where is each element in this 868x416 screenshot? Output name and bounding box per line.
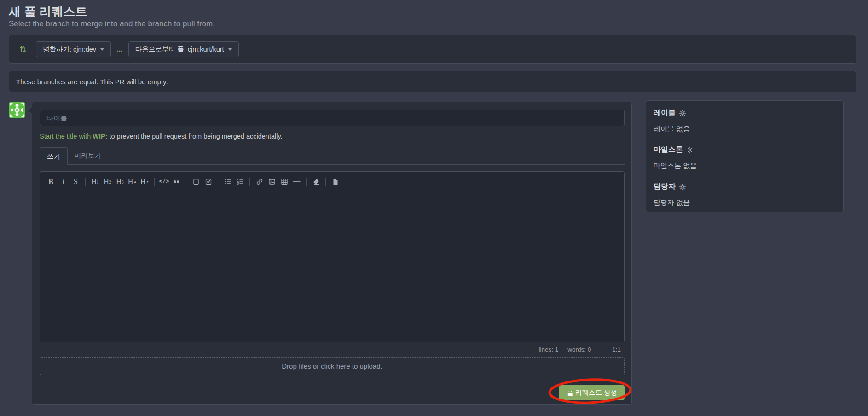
branch-separator: ... xyxy=(117,46,122,53)
tab-write[interactable]: 쓰기 xyxy=(40,147,68,165)
pull-from-branch-dropdown[interactable]: 다음으로부터 풀: cjm:kurt/kurt xyxy=(128,41,239,57)
assignees-empty-text: 담당자 없음 xyxy=(654,198,836,207)
toolbar-divider xyxy=(325,178,326,186)
new-pull-request-page: 새 풀 리퀘스트 Select the branch to merge into… xyxy=(0,0,868,416)
branches-equal-notice: These branches are equal. This PR will b… xyxy=(9,71,856,92)
markdown-editor: B I S H1 H2 H3 H▲ H▼ </> xyxy=(40,171,625,342)
lines-count: lines: 1 xyxy=(538,346,558,353)
new-file-icon[interactable] xyxy=(329,175,341,189)
toolbar-divider xyxy=(249,178,250,186)
clear-formatting-icon[interactable] xyxy=(310,175,322,189)
dropdown-caret-icon xyxy=(100,48,104,51)
editor-statusbar: lines: 1 words: 0 1:1 xyxy=(40,342,625,356)
bold-icon[interactable]: B xyxy=(45,175,57,189)
editor-toolbar: B I S H1 H2 H3 H▲ H▼ </> xyxy=(40,172,624,192)
sidebar-divider xyxy=(654,176,836,176)
git-compare-icon xyxy=(18,45,27,54)
toolbar-divider xyxy=(154,178,155,186)
image-icon[interactable] xyxy=(266,175,278,189)
checkbox-checked-icon[interactable] xyxy=(202,175,214,189)
pull-request-form: Start the title with WIP: to prevent the… xyxy=(32,102,632,405)
cursor-position: 1:1 xyxy=(612,346,621,353)
editor-tabbar: 쓰기 미리보기 xyxy=(40,147,625,165)
heading-1-icon[interactable]: H1 xyxy=(89,175,101,189)
heading-decrease-icon[interactable]: H▼ xyxy=(139,175,151,189)
milestone-empty-text: 마일스톤 없음 xyxy=(654,162,836,170)
checkbox-empty-icon[interactable] xyxy=(190,175,202,189)
strikethrough-icon[interactable]: S xyxy=(69,175,82,189)
wip-keyword: WIP: xyxy=(93,133,107,140)
dropzone-text: Drop files or click here to upload. xyxy=(282,362,382,370)
words-count: words: 0 xyxy=(567,346,591,353)
labels-title-text: 레이블 xyxy=(654,108,676,118)
page-title: 새 풀 리퀘스트 xyxy=(9,4,87,20)
heading-3-icon[interactable]: H3 xyxy=(114,175,126,189)
form-footer: 풀 리퀘스트 생성 xyxy=(40,385,625,400)
create-pull-request-button[interactable]: 풀 리퀘스트 생성 xyxy=(559,385,625,400)
merge-into-label: 병합하기: cjm:dev xyxy=(43,45,96,54)
milestone-title-text: 마일스톤 xyxy=(654,145,683,155)
horizontal-rule-icon[interactable]: — xyxy=(290,175,303,189)
branch-selection-bar: 병합하기: cjm:dev ... 다음으로부터 풀: cjm:kurt/kur… xyxy=(9,35,856,64)
labels-gear-icon[interactable] xyxy=(679,110,686,117)
wip-hint: Start the title with WIP: to prevent the… xyxy=(40,132,624,141)
page-subtitle: Select the branch to merge into and the … xyxy=(9,19,215,29)
assignees-title-text: 담당자 xyxy=(654,182,676,191)
user-avatar xyxy=(9,102,25,118)
toolbar-divider xyxy=(186,178,186,186)
assignees-section-title: 담당자 xyxy=(654,182,836,191)
milestone-section-title: 마일스톤 xyxy=(654,145,836,155)
tab-preview[interactable]: 미리보기 xyxy=(68,147,108,164)
toolbar-divider xyxy=(85,178,86,186)
link-icon[interactable] xyxy=(253,175,266,189)
ordered-list-icon[interactable] xyxy=(234,175,246,189)
code-icon[interactable]: </> xyxy=(158,175,170,189)
unordered-list-icon[interactable] xyxy=(221,175,234,189)
toolbar-divider xyxy=(218,178,218,186)
milestone-gear-icon[interactable] xyxy=(686,146,694,154)
wip-hint-rest: to prevent the pull request from being m… xyxy=(107,133,282,140)
table-icon[interactable] xyxy=(278,175,290,189)
pr-sidebar: 레이블 레이블 없음 마일스톤 마 xyxy=(646,100,844,212)
dropdown-caret-icon xyxy=(228,48,232,51)
file-dropzone[interactable]: Drop files or click here to upload. xyxy=(40,357,625,375)
pull-from-label: 다음으로부터 풀: cjm:kurt/kurt xyxy=(135,45,224,54)
labels-empty-text: 레이블 없음 xyxy=(654,125,836,133)
toolbar-divider xyxy=(306,178,307,186)
comment-pointer xyxy=(27,106,36,115)
heading-increase-icon[interactable]: H▲ xyxy=(126,175,139,189)
merge-into-branch-dropdown[interactable]: 병합하기: cjm:dev xyxy=(36,41,111,57)
assignees-gear-icon[interactable] xyxy=(679,183,686,191)
italic-icon[interactable]: I xyxy=(57,175,69,189)
quote-icon[interactable] xyxy=(170,175,183,189)
labels-section-title: 레이블 xyxy=(654,108,836,118)
pr-title-input[interactable] xyxy=(40,110,625,126)
notice-text: These branches are equal. This PR will b… xyxy=(16,78,168,86)
wip-hint-prefix: Start the title with xyxy=(40,133,93,140)
pr-description-textarea[interactable] xyxy=(40,192,624,342)
sidebar-divider xyxy=(654,139,836,139)
heading-2-icon[interactable]: H2 xyxy=(101,175,114,189)
